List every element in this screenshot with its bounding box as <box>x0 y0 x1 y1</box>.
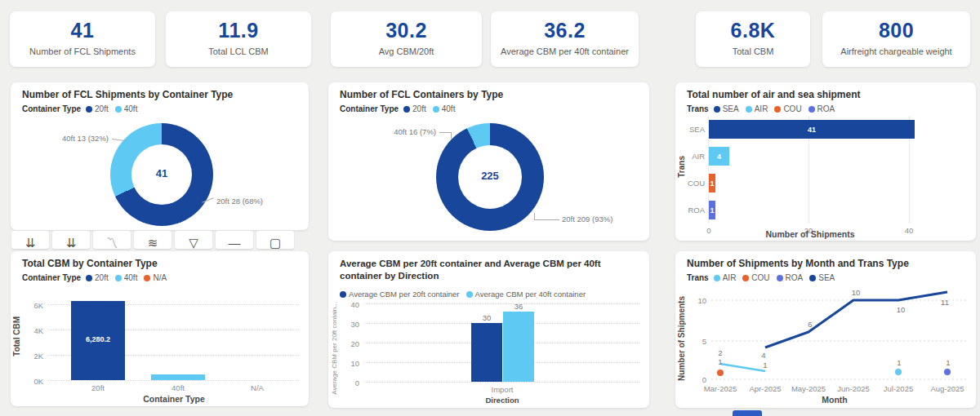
toolbar-button-filter[interactable]: ▽ <box>175 231 212 249</box>
bar-40ft[interactable] <box>151 374 205 380</box>
legend-dot-20ft <box>86 106 92 113</box>
legend-dot-40ft-series <box>466 291 473 298</box>
panel-title: Total CBM by Container Type <box>22 258 301 271</box>
donut-callout-40ft: 40ft 13 (32%) <box>27 134 109 143</box>
point-cou-mar[interactable] <box>717 370 724 376</box>
legend-item-20ft[interactable]: 20ft <box>412 104 426 113</box>
panel-total-cbm-by-container-type[interactable]: Total CBM by Container Type Container Ty… <box>11 251 309 406</box>
legend-item-cou[interactable]: COU <box>783 104 801 113</box>
legend-item-20ft-series[interactable]: Average CBM per 20ft container <box>349 290 460 299</box>
x-tick: 40 <box>901 226 917 235</box>
gridline <box>364 382 639 383</box>
panel-avg-cbm-by-direction[interactable]: Average CBM per 20ft container and Avera… <box>328 251 649 408</box>
y-axis-title: Trans <box>677 156 686 178</box>
y-tick: 0 <box>338 378 359 387</box>
kpi-value: 11.9 <box>166 19 311 42</box>
peek-card <box>733 410 762 416</box>
panel-title: Average CBM per 20ft container and Avera… <box>340 258 641 282</box>
bar-avg-20ft[interactable] <box>471 323 502 382</box>
kpi-value: 6.8K <box>696 19 810 42</box>
x-axis-title: Month <box>773 395 896 405</box>
kpi-value: 30.2 <box>331 19 482 42</box>
kpi-card-airfreight-weight[interactable]: 800 Airfreight chargeable weight <box>822 11 970 67</box>
stacked-lines-icon: ≋ <box>148 237 158 249</box>
y-tick: 4K <box>22 326 43 335</box>
line-series-air[interactable] <box>720 364 765 371</box>
kpi-value: 41 <box>10 19 155 42</box>
bar-value: 4 <box>709 153 729 161</box>
point-roa-aug[interactable] <box>944 369 951 375</box>
legend-dot-na <box>144 275 150 281</box>
legend-item-roa[interactable]: ROA <box>817 104 835 113</box>
legend: Average CBM per 20ft containerAverage CB… <box>340 290 586 299</box>
toolbar-button-collapse[interactable]: — <box>216 231 253 249</box>
bar-cou[interactable]: 1 <box>709 174 715 193</box>
point-label-air-jul: 1 <box>897 358 901 367</box>
kpi-label: Average CBM per 40ft container <box>491 46 639 56</box>
bar-20ft[interactable]: 6,280.2 <box>71 301 125 380</box>
donut-callout-40ft: 40ft 16 (7%) <box>340 127 436 136</box>
panel-title: Number of FCL Containers by Type <box>340 89 641 102</box>
bar-sea[interactable]: 41 <box>709 120 915 139</box>
panel-air-sea-shipments[interactable]: Total number of air and sea shipment Tra… <box>675 82 976 241</box>
toolbar-button-expand-all[interactable]: ⇊ <box>52 231 90 249</box>
category-label-cou: COU <box>680 179 705 188</box>
point-label-sea-may: 6 <box>808 320 812 329</box>
kpi-card-total-cbm[interactable]: 6.8K Total CBM <box>696 11 810 67</box>
panel-fcl-shipments-by-container-type[interactable]: Number of FCL Shipments by Container Typ… <box>11 82 309 230</box>
funnel-icon: ▽ <box>189 237 198 249</box>
toolbar-button-focus-mode[interactable]: ▢ <box>256 231 294 249</box>
kpi-card-total-lcl-cbm[interactable]: 11.9 Total LCL CBM <box>166 11 311 67</box>
x-category-40ft: 40ft <box>152 383 204 392</box>
legend: Container Type20ft40ft <box>22 104 137 113</box>
kpi-value: 800 <box>822 19 970 42</box>
legend: Container Type20ft40ftN/A <box>22 273 167 282</box>
legend-item-40ft[interactable]: 40ft <box>124 273 138 282</box>
legend-item-40ft-series[interactable]: Average CBM per 40ft container <box>475 290 586 299</box>
point-label-sea-apr: 4 <box>761 351 765 360</box>
y-tick: 6K <box>22 301 43 310</box>
kpi-card-avg-cbm-40ft[interactable]: 36.2 Average CBM per 40ft container <box>491 11 639 67</box>
panel-fcl-containers-by-type[interactable]: Number of FCL Containers by Type Contain… <box>328 82 649 241</box>
y-tick: 0K <box>22 377 43 386</box>
kpi-card-avg-cbm-20ft[interactable]: 30.2 Avg CBM/20ft <box>331 11 482 67</box>
donut-chart[interactable]: 225 <box>436 123 544 231</box>
x-axis-title: Direction <box>461 396 543 405</box>
legend-dot-40ft <box>115 275 122 281</box>
legend-item-20ft[interactable]: 20ft <box>95 273 109 282</box>
x-tick-apr: Apr-2025 <box>745 384 786 393</box>
kpi-label: Number of FCL Shipments <box>10 46 155 56</box>
kpi-label: Total CBM <box>696 46 810 56</box>
kpi-label: Airfreight chargeable weight <box>822 46 970 56</box>
legend-dot-air <box>746 106 752 113</box>
legend-item-20ft[interactable]: 20ft <box>95 104 109 113</box>
bar-value-20ft: 30 <box>483 313 492 322</box>
gridline <box>364 303 639 304</box>
legend-item-sea[interactable]: SEA <box>723 104 739 113</box>
y-tick: 2K <box>22 352 43 361</box>
point-label-air-mar: 2 <box>718 348 722 357</box>
toolbar-button-layers[interactable]: ≋ <box>134 231 172 249</box>
x-category-import: Import <box>461 385 543 394</box>
legend-item-na[interactable]: N/A <box>153 273 167 282</box>
point-label-roa-aug: 1 <box>946 358 950 367</box>
y-tick: 0 <box>685 375 706 384</box>
panel-shipments-by-month[interactable]: Number of Shipments by Month and Trans T… <box>675 251 976 408</box>
legend-dot-cou <box>774 106 781 113</box>
point-air-jul[interactable] <box>895 369 902 375</box>
legend-item-40ft[interactable]: 40ft <box>124 104 138 113</box>
donut-chart[interactable]: 41 <box>110 123 213 226</box>
toolbar-button-drill-down[interactable]: ⇊ <box>11 231 49 249</box>
bar-value: 6,280.2 <box>71 335 125 343</box>
point-label-air-apr: 1 <box>763 361 767 370</box>
bar-value: 1 <box>709 206 715 215</box>
bar-avg-40ft[interactable] <box>503 312 534 382</box>
legend-item-40ft[interactable]: 40ft <box>442 104 456 113</box>
legend-item-air[interactable]: AIR <box>755 104 768 113</box>
bar-air[interactable]: 4 <box>709 147 729 166</box>
bar-roa[interactable]: 1 <box>709 201 715 219</box>
kpi-card-fcl-shipments[interactable]: 41 Number of FCL Shipments <box>10 11 155 67</box>
legend-dot-40ft <box>433 106 439 113</box>
x-tick-jun: Jun-2025 <box>833 384 874 393</box>
toolbar-button-trend[interactable]: 〽 <box>93 231 131 249</box>
